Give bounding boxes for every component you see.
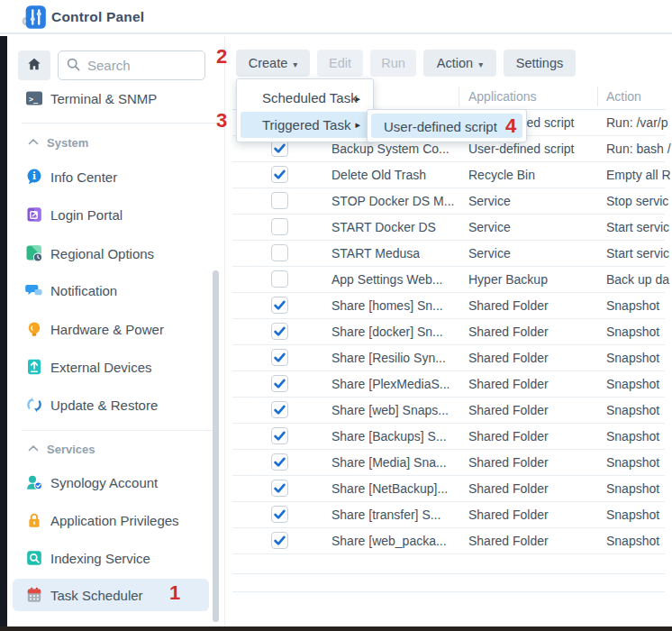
table-row[interactable]: Share [transfer] S...Shared FolderSnapsh… <box>225 502 672 528</box>
sidebar-item-info-center[interactable]: iInfo Center <box>13 160 209 193</box>
checkbox-unchecked[interactable] <box>271 244 288 261</box>
external-devices-icon <box>25 358 43 376</box>
settings-button-label: Settings <box>516 56 563 70</box>
task-name-cell: Share [transfer] S... <box>331 502 440 528</box>
sidebar-divider <box>22 123 216 123</box>
annotation-step-2: 2 <box>216 46 227 68</box>
column-separator <box>597 87 598 106</box>
sidebar-item-login-portal[interactable]: Login Portal <box>13 198 209 231</box>
table-row[interactable]: Delete Old TrashRecycle BinEmpty all R <box>225 162 672 188</box>
task-scheduler-icon <box>25 586 43 604</box>
run-button-label: Run <box>381 56 405 70</box>
column-header-action[interactable]: Action <box>606 83 641 110</box>
control-panel-icon <box>22 5 47 30</box>
checkbox-checked[interactable] <box>271 297 288 314</box>
applications-cell: Shared Folder <box>468 476 549 502</box>
triggered-task-submenu: User-defined script <box>367 109 527 142</box>
run-button[interactable]: Run <box>370 50 416 77</box>
home-button[interactable] <box>18 50 50 80</box>
checkbox-checked[interactable] <box>271 532 288 549</box>
checkbox-unchecked[interactable] <box>271 218 288 235</box>
table-row[interactable]: Share [Media] Sna...Shared FolderSnapsho… <box>225 450 672 476</box>
app-window: { "window": { "title": "Control Panel", … <box>0 0 672 631</box>
sidebar-item-regional-options[interactable]: Regional Options <box>13 237 209 270</box>
edit-button[interactable]: Edit <box>317 50 363 77</box>
sidebar-item-label: Info Center <box>50 169 117 185</box>
task-name-cell: Share [Resilio Syn... <box>331 345 446 371</box>
checkbox-checked[interactable] <box>271 427 288 444</box>
search-icon <box>66 57 82 77</box>
task-name-cell: Share [web_packa... <box>331 528 447 554</box>
task-name-cell: Share [Media] Sna... <box>331 450 447 476</box>
checkbox-unchecked[interactable] <box>271 192 288 209</box>
action-cell: Snapshot <box>606 293 659 319</box>
grid-line <box>232 573 665 574</box>
table-row[interactable]: App Settings Web...Hyper BackupBack up d… <box>225 267 672 293</box>
action-cell: Start servic <box>606 241 669 267</box>
sidebar-item-label: Terminal & SNMP <box>50 91 157 106</box>
sidebar-item-synology-account[interactable]: Synology Account <box>13 466 209 498</box>
checkbox-checked[interactable] <box>271 480 288 497</box>
sidebar-item-label: Regional Options <box>50 246 154 261</box>
table-row[interactable]: Share [web_packa...Shared FolderSnapshot <box>225 528 672 554</box>
applications-cell: Shared Folder <box>468 398 549 424</box>
applications-cell: Shared Folder <box>468 450 549 476</box>
sidebar-item-label: Notification <box>50 283 117 298</box>
action-cell: Empty all R <box>606 162 671 188</box>
task-name-cell: STOP Docker DS M... <box>331 188 454 215</box>
sidebar-item-update-restore[interactable]: Update & Restore <box>13 389 209 421</box>
sidebar-item-application-privileges[interactable]: Application Privileges <box>13 504 209 536</box>
checkbox-unchecked[interactable] <box>271 270 288 288</box>
checkbox-checked[interactable] <box>271 323 288 340</box>
table-row[interactable]: Share [NetBackup]...Shared FolderSnapsho… <box>225 476 672 502</box>
sidebar-item-indexing-service[interactable]: Indexing Service <box>13 542 209 574</box>
applications-cell: Shared Folder <box>468 319 549 345</box>
sidebar-section-services[interactable]: Services <box>13 438 209 460</box>
synology-account-icon <box>25 473 43 491</box>
create-button[interactable]: Create▾ <box>236 50 310 77</box>
sidebar-divider <box>22 430 216 431</box>
desktop-edge-left <box>0 36 7 631</box>
table-row[interactable]: Share [Backups] S...Shared FolderSnapsho… <box>225 424 672 450</box>
sidebar-item-hardware-power[interactable]: Hardware & Power <box>13 313 209 345</box>
checkbox-checked[interactable] <box>271 349 288 366</box>
sidebar-item-external-devices[interactable]: External Devices <box>13 351 209 383</box>
action-cell: Start servic <box>606 215 669 241</box>
sidebar-item-label: Login Portal <box>50 207 123 223</box>
table-row[interactable]: Share [Resilio Syn...Shared FolderSnapsh… <box>225 345 672 371</box>
checkbox-checked[interactable] <box>271 506 288 523</box>
checkbox-checked[interactable] <box>271 375 288 392</box>
menu-item-label: Scheduled Task <box>262 90 358 105</box>
checkbox-checked[interactable] <box>271 453 288 471</box>
checkbox-checked[interactable] <box>271 166 288 183</box>
table-row[interactable]: Share [docker] Sn...Shared FolderSnapsho… <box>225 319 672 345</box>
action-cell: Snapshot <box>606 528 659 554</box>
menu-item-scheduled-task[interactable]: Scheduled Task ▸ <box>241 86 369 111</box>
indexing-service-icon <box>25 549 43 567</box>
table-row[interactable]: Share [PlexMediaS...Shared FolderSnapsho… <box>225 371 672 398</box>
submenu-arrow-icon: ▸ <box>355 112 360 138</box>
menu-item-triggered-task[interactable]: Triggered Task ▸ <box>241 112 369 138</box>
annotation-step-1: 1 <box>169 582 180 604</box>
create-menu: Scheduled Task ▸ Triggered Task ▸ <box>236 78 374 142</box>
task-name-cell: Share [docker] Sn... <box>331 319 443 345</box>
sidebar-scrollbar-thumb[interactable] <box>213 270 219 622</box>
table-row[interactable]: START Docker DSServiceStart servic <box>225 215 672 241</box>
table-row[interactable]: Share [web] Snaps...Shared FolderSnapsho… <box>225 398 672 424</box>
column-header-applications[interactable]: Applications <box>468 83 537 110</box>
checkbox-checked[interactable] <box>271 401 288 418</box>
sidebar-item-notification[interactable]: Notification <box>13 274 209 306</box>
table-row[interactable]: START MedusaServiceStart servic <box>225 241 672 267</box>
desktop-edge-bottom <box>0 626 672 631</box>
sidebar-item-terminal-snmp[interactable]: >_Terminal & SNMP <box>13 82 209 114</box>
svg-text:i: i <box>32 170 36 181</box>
table-row[interactable]: Share [homes] Sn...Shared FolderSnapshot <box>225 293 672 319</box>
sidebar-section-label: Services <box>47 443 95 456</box>
table-row[interactable]: STOP Docker DS M...ServiceStop servic <box>225 188 672 215</box>
menu-item-user-defined-script[interactable]: User-defined script <box>371 114 522 138</box>
action-button[interactable]: Action▾ <box>423 50 496 77</box>
sidebar-section-system[interactable]: System <box>13 132 209 153</box>
sidebar-item-label: Task Scheduler <box>50 588 143 603</box>
settings-button[interactable]: Settings <box>504 50 576 77</box>
annotation-step-4: 4 <box>505 115 516 137</box>
